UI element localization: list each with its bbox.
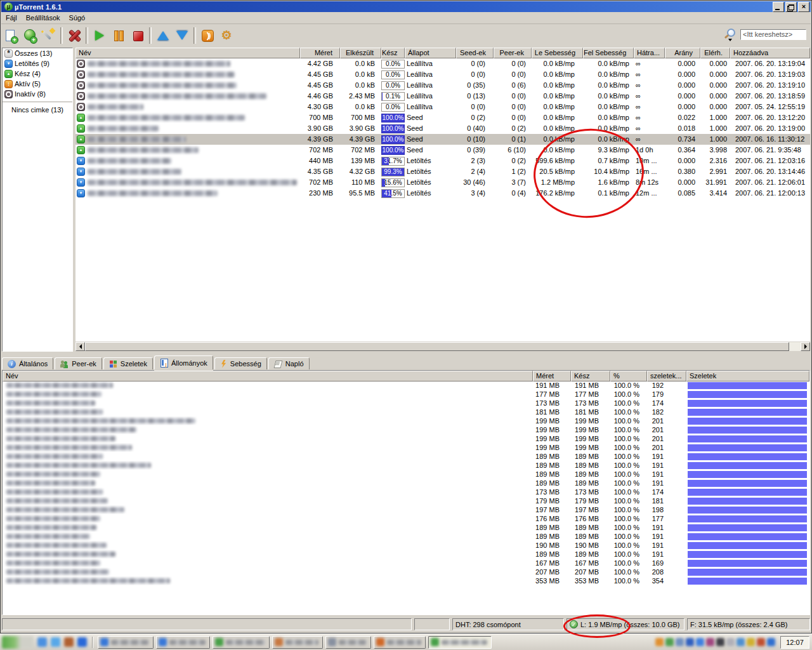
menu-item-1[interactable]: Beállítások xyxy=(22,13,65,23)
torrent-column-header-4[interactable]: Állapot xyxy=(405,48,456,58)
file-row[interactable]: 189 MB189 MB100.0 %191 xyxy=(3,461,809,470)
torrent-column-header-9[interactable]: Hátra... xyxy=(634,48,665,58)
start-button[interactable] xyxy=(90,27,109,44)
torrent-column-header-0[interactable]: Név xyxy=(75,48,300,58)
start-button[interactable] xyxy=(2,636,34,649)
file-row[interactable]: 189 MB189 MB100.0 %191 xyxy=(3,479,809,488)
move-up-button[interactable] xyxy=(154,27,173,44)
torrent-column-header-1[interactable]: Méret xyxy=(300,48,340,58)
torrent-column-header-8[interactable]: Fel Sebesség xyxy=(583,48,634,58)
file-row[interactable]: 179 MB179 MB100.0 %181 xyxy=(3,496,809,505)
taskbar-task-button[interactable] xyxy=(213,636,270,649)
quicklaunch-icon[interactable] xyxy=(37,637,47,647)
file-row[interactable]: 189 MB189 MB100.0 %191 xyxy=(3,452,809,461)
restore-button[interactable] xyxy=(785,2,797,12)
taskbar-task-button[interactable] xyxy=(325,636,371,649)
taskbar-task-button[interactable] xyxy=(98,636,154,649)
torrent-row[interactable]: 4.45 GB0.0 kB0.0%Leállítva0 (35)0 (6)0.0… xyxy=(75,80,810,91)
add-torrent-button[interactable] xyxy=(1,27,20,44)
torrent-row[interactable]: 4.42 GB0.0 kB0.0%Leállítva0 (0)0 (0)0.0 … xyxy=(75,58,810,69)
files-column-header-5[interactable]: Szeletek xyxy=(686,371,809,381)
file-row[interactable]: 199 MB199 MB100.0 %201 xyxy=(3,443,809,452)
file-row[interactable]: 190 MB190 MB100.0 %191 xyxy=(3,541,809,550)
file-row[interactable]: 197 MB197 MB100.0 %198 xyxy=(3,505,809,514)
close-button[interactable]: × xyxy=(798,2,809,12)
file-row[interactable]: 189 MB189 MB100.0 %191 xyxy=(3,532,809,541)
file-row[interactable]: 199 MB199 MB100.0 %201 xyxy=(3,434,809,443)
torrent-row[interactable]: ▲702 MB702 MB100.0%Seed0 (39)6 (10)0.0 k… xyxy=(75,145,810,156)
file-row[interactable]: 199 MB199 MB100.0 %201 xyxy=(3,416,809,425)
minimize-button[interactable] xyxy=(773,2,784,12)
file-row[interactable]: 173 MB173 MB100.0 %174 xyxy=(3,399,809,408)
files-column-header-4[interactable]: szeletek... xyxy=(647,371,686,381)
sidebar-category-3[interactable]: ↕Aktív (5) xyxy=(3,79,72,89)
file-row[interactable]: 199 MB199 MB100.0 %201 xyxy=(3,425,809,434)
tray-icon[interactable] xyxy=(747,638,755,646)
torrent-column-header-2[interactable]: Elkészült xyxy=(340,48,381,58)
torrent-column-header-5[interactable]: Seed-ek xyxy=(456,48,494,58)
move-down-button[interactable] xyxy=(173,27,192,44)
search-icon[interactable] xyxy=(723,27,737,41)
remove-button[interactable] xyxy=(65,27,84,44)
tray-icon[interactable] xyxy=(655,638,664,646)
file-row[interactable]: 181 MB181 MB100.0 %182 xyxy=(3,408,809,416)
menu-item-2[interactable]: Súgó xyxy=(65,13,90,23)
torrent-column-header-11[interactable]: Elérh. xyxy=(700,48,730,58)
files-column-header-3[interactable]: % xyxy=(610,371,647,381)
tray-icon[interactable] xyxy=(706,638,714,646)
file-row[interactable]: 176 MB176 MB100.0 %177 xyxy=(3,514,809,523)
torrent-column-header-3[interactable]: Kész xyxy=(381,48,405,58)
torrent-column-header-6[interactable]: Peer-ek xyxy=(494,48,532,58)
scroll-left-button[interactable] xyxy=(75,342,85,351)
torrent-row[interactable]: ▼4.35 GB4.32 GB99.3%99.3%Letöltés2 (4)1 … xyxy=(75,166,810,177)
tab-peer-ek[interactable]: Peer-ek xyxy=(55,357,102,369)
title-bar[interactable]: µ µTorrent 1.6.1 × xyxy=(1,1,811,12)
sidebar-category-0[interactable]: *Összes (13) xyxy=(3,48,72,58)
torrent-row[interactable]: ▲3.90 GB3.90 GB100.0%Seed0 (40)0 (2)0.0 … xyxy=(75,123,810,134)
torrent-row[interactable]: ▲4.39 GB4.39 GB100.0%Seed0 (10)0 (1)0.0 … xyxy=(75,134,810,145)
create-torrent-button[interactable] xyxy=(39,27,58,44)
torrent-row[interactable]: ▲700 MB700 MB100.0%Seed0 (2)0 (0)0.0 kB/… xyxy=(75,112,810,123)
quicklaunch-icon[interactable] xyxy=(51,637,60,647)
file-row[interactable]: 191 MB191 MB100.0 %192 xyxy=(3,381,809,390)
tab-általános[interactable]: iÁltalános xyxy=(2,357,53,369)
torrent-row[interactable]: ▼702 MB110 MB15.6%15.6%Letöltés30 (46)3 … xyxy=(75,177,810,188)
tray-icon[interactable] xyxy=(676,638,684,646)
file-row[interactable]: 207 MB207 MB100.0 %208 xyxy=(3,567,809,576)
torrent-row[interactable]: ▼230 MB95.5 MB41.5%41.5%Letöltés3 (4)0 (… xyxy=(75,188,810,199)
taskbar-task-button[interactable] xyxy=(156,636,210,649)
file-row[interactable]: 189 MB189 MB100.0 %191 xyxy=(3,523,809,532)
file-row[interactable]: 189 MB189 MB100.0 %191 xyxy=(3,550,809,559)
search-input[interactable] xyxy=(740,29,806,40)
stop-button[interactable] xyxy=(128,27,147,44)
add-url-button[interactable] xyxy=(20,27,39,44)
torrent-column-header-7[interactable]: Le Sebesség xyxy=(532,48,583,58)
quicklaunch-icon[interactable] xyxy=(64,637,74,647)
files-column-header-2[interactable]: Kész xyxy=(571,371,610,381)
sidebar-category-1[interactable]: ▼Letöltés (9) xyxy=(3,58,72,69)
tray-icon[interactable] xyxy=(757,638,765,646)
tray-icon[interactable] xyxy=(726,638,735,646)
file-row[interactable]: 173 MB173 MB100.0 %174 xyxy=(3,488,809,496)
rss-button[interactable] xyxy=(198,27,217,44)
tab-napló[interactable]: Napló xyxy=(268,357,310,369)
tab-sebesség[interactable]: Sebesség xyxy=(214,357,267,369)
taskbar-task-button[interactable] xyxy=(272,636,323,649)
pause-button[interactable] xyxy=(109,27,128,44)
file-row[interactable]: 189 MB189 MB100.0 %191 xyxy=(3,470,809,479)
scrollbar-thumb[interactable] xyxy=(85,342,789,351)
taskbar-task-button[interactable] xyxy=(374,636,426,649)
tray-icon[interactable] xyxy=(696,638,704,646)
tab-szeletek[interactable]: Szeletek xyxy=(103,357,153,369)
torrent-row[interactable]: 4.30 GB0.0 kB0.0%Leállítva0 (0)0 (0)0.0 … xyxy=(75,102,810,112)
sidebar-category-4[interactable]: Inaktív (8) xyxy=(3,89,72,99)
torrent-column-header-10[interactable]: Arány xyxy=(665,48,700,58)
sidebar-label-nincs-cimke[interactable]: Nincs cimke (13) xyxy=(3,102,72,114)
tab-állományok[interactable]: Állományok xyxy=(154,355,213,369)
tray-icon[interactable] xyxy=(686,638,694,646)
quicklaunch-icon[interactable] xyxy=(77,637,87,647)
tray-icon[interactable] xyxy=(716,638,724,646)
files-column-header-1[interactable]: Méret xyxy=(533,371,571,381)
torrent-row[interactable]: 4.46 GB2.43 MB0.1%0.1%Leállítva0 (13)0 (… xyxy=(75,91,810,102)
files-column-header-0[interactable]: Név xyxy=(3,371,533,381)
